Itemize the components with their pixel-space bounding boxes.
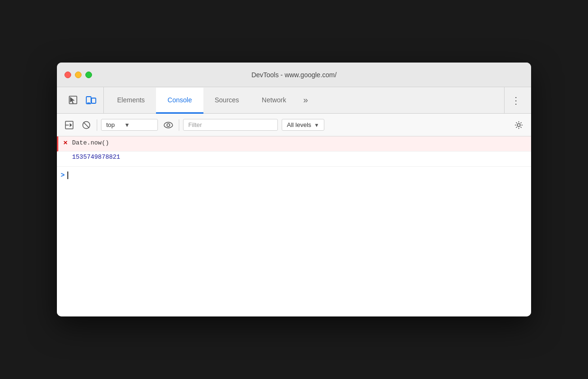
tab-console[interactable]: Console (156, 88, 203, 114)
more-tabs-button[interactable]: » (297, 87, 313, 113)
svg-point-9 (164, 122, 173, 128)
error-cross-icon: × (61, 139, 70, 147)
minimize-button[interactable] (75, 72, 82, 78)
console-prompt-icon: > (61, 171, 64, 179)
title-bar: DevTools - www.google.com/ (57, 63, 531, 87)
tab-network[interactable]: Network (250, 88, 297, 114)
maximize-button[interactable] (85, 72, 92, 78)
svg-line-8 (83, 122, 89, 128)
devtools-window: DevTools - www.google.com/ (57, 63, 531, 316)
filter-input[interactable] (183, 119, 278, 131)
tab-bar: Elements Console Sources Network » ⋮ (57, 87, 531, 114)
live-expressions-button[interactable] (162, 118, 175, 132)
tabs-container: Elements Console Sources Network » (106, 87, 504, 113)
close-button[interactable] (64, 72, 71, 78)
console-output: × Date.now() 1535749878821 > (57, 136, 531, 316)
console-entry-result: 1535749878821 (57, 152, 531, 167)
tab-bar-right: ⋮ (504, 87, 527, 113)
toolbar-divider-1 (97, 119, 97, 131)
console-entry-input: × Date.now() (57, 136, 531, 152)
inspect-element-button[interactable] (65, 93, 81, 108)
svg-point-10 (167, 124, 170, 126)
toolbar-divider-2 (179, 119, 179, 131)
tab-bar-left-icons (61, 87, 104, 113)
tab-elements[interactable]: Elements (106, 88, 156, 114)
console-input-row[interactable]: > (57, 167, 531, 184)
window-title: DevTools - www.google.com/ (251, 71, 337, 79)
console-cursor (67, 171, 68, 179)
console-result-value: 1535749878821 (72, 153, 120, 161)
settings-button[interactable] (512, 118, 525, 132)
devtools-menu-button[interactable]: ⋮ (508, 93, 524, 108)
device-toolbar-button[interactable] (83, 93, 99, 108)
svg-rect-2 (92, 98, 96, 103)
show-sidebar-button[interactable] (63, 118, 76, 132)
log-levels-selector[interactable]: All levels ▼ (282, 119, 324, 131)
svg-marker-6 (70, 123, 72, 127)
tab-sources[interactable]: Sources (203, 88, 250, 114)
chevron-down-icon: ▼ (314, 122, 319, 128)
svg-point-11 (517, 124, 520, 126)
clear-console-button[interactable] (80, 118, 93, 132)
console-input-text: Date.now() (72, 138, 109, 148)
context-selector[interactable]: top ▼ (101, 119, 158, 131)
traffic-lights (64, 72, 92, 78)
chevron-down-icon: ▼ (124, 122, 130, 128)
console-toolbar: top ▼ All levels ▼ (57, 114, 531, 136)
